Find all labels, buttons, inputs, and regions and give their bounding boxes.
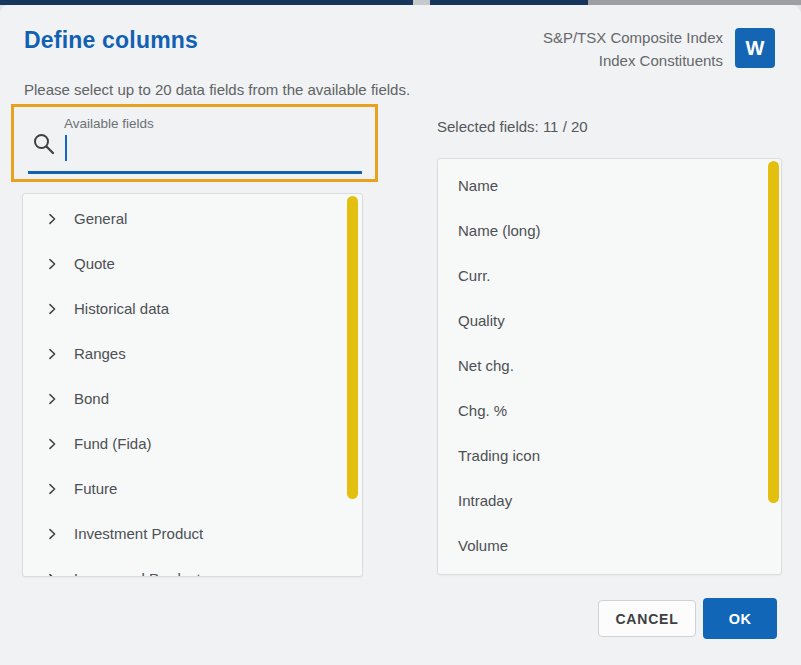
selected-field-label: Chg. % <box>458 402 507 419</box>
chevron-right-icon[interactable] <box>45 482 59 496</box>
selected-field-item[interactable]: Curr. <box>438 253 781 298</box>
chevron-right-icon[interactable] <box>45 392 59 406</box>
chevron-right-icon[interactable] <box>45 212 59 226</box>
category-item-investment-product[interactable]: Investment Product <box>23 511 362 556</box>
selected-field-item[interactable]: Trading icon <box>438 433 781 478</box>
selected-field-label: Intraday <box>458 492 512 509</box>
index-context: S&P/TSX Composite Index Index Constituen… <box>543 26 723 72</box>
selected-field-item[interactable]: Name <box>438 163 781 208</box>
selected-field-item[interactable]: Intraday <box>438 478 781 523</box>
selected-field-item[interactable]: Volume <box>438 523 781 568</box>
selected-fields-counter: Selected fields: 11 / 20 <box>437 118 588 135</box>
available-fields-search-input[interactable] <box>68 133 358 159</box>
chevron-right-icon[interactable] <box>45 572 59 578</box>
category-label: Historical data <box>74 300 169 317</box>
selected-list-scrollbar-thumb[interactable] <box>768 161 779 503</box>
category-label: Bond <box>74 390 109 407</box>
category-label: Investment Product <box>74 525 203 542</box>
available-fields-list: General Quote Historical data Ranges Bon… <box>22 193 363 577</box>
chevron-right-icon[interactable] <box>45 437 59 451</box>
define-columns-dialog: Define columns S&P/TSX Composite Index I… <box>0 5 801 665</box>
chevron-right-icon[interactable] <box>45 347 59 361</box>
selected-field-label: Net chg. <box>458 357 514 374</box>
chevron-right-icon[interactable] <box>45 527 59 541</box>
category-label: General <box>74 210 127 227</box>
selected-fields-list: Name Name (long) Curr. Quality Net chg. … <box>437 158 782 575</box>
category-label: Fund (Fida) <box>74 435 152 452</box>
screen: Define columns S&P/TSX Composite Index I… <box>0 0 801 665</box>
search-field-highlight-box: Available fields <box>11 104 378 182</box>
category-item-general[interactable]: General <box>23 196 362 241</box>
dialog-title: Define columns <box>24 27 198 54</box>
context-index-name: S&P/TSX Composite Index <box>543 26 723 49</box>
category-item-historical-data[interactable]: Historical data <box>23 286 362 331</box>
ok-button[interactable]: OK <box>703 598 777 639</box>
selected-field-label: Name (long) <box>458 222 541 239</box>
selected-field-item[interactable]: Quality <box>438 298 781 343</box>
category-item-future[interactable]: Future <box>23 466 362 511</box>
search-icon <box>32 132 56 156</box>
category-label: Quote <box>74 255 115 272</box>
workspace-badge[interactable]: W <box>735 28 775 68</box>
available-list-scrollbar-thumb[interactable] <box>347 196 358 499</box>
text-cursor <box>65 135 67 161</box>
selected-field-item[interactable]: Chg. % <box>438 388 781 433</box>
chevron-right-icon[interactable] <box>45 302 59 316</box>
category-label: Leveraged Product <box>74 570 201 577</box>
selected-field-item[interactable]: Name (long) <box>438 208 781 253</box>
category-item-ranges[interactable]: Ranges <box>23 331 362 376</box>
selected-field-label: Volume <box>458 537 508 554</box>
chevron-right-icon[interactable] <box>45 257 59 271</box>
selected-field-label: Quality <box>458 312 505 329</box>
category-label: Ranges <box>74 345 126 362</box>
selected-field-label: Name <box>458 177 498 194</box>
category-item-quote[interactable]: Quote <box>23 241 362 286</box>
context-view-name: Index Constituents <box>543 49 723 72</box>
dialog-subtitle: Please select up to 20 data fields from … <box>24 81 410 98</box>
search-field-label: Available fields <box>64 116 154 131</box>
selected-field-label: Curr. <box>458 267 491 284</box>
category-item-fund-fida[interactable]: Fund (Fida) <box>23 421 362 466</box>
selected-field-item[interactable]: Net chg. <box>438 343 781 388</box>
category-item-bond[interactable]: Bond <box>23 376 362 421</box>
category-label: Future <box>74 480 117 497</box>
category-item-leveraged-product[interactable]: Leveraged Product <box>23 556 362 577</box>
search-field-underline <box>28 171 362 174</box>
selected-field-label: Trading icon <box>458 447 540 464</box>
cancel-button[interactable]: CANCEL <box>598 600 696 637</box>
